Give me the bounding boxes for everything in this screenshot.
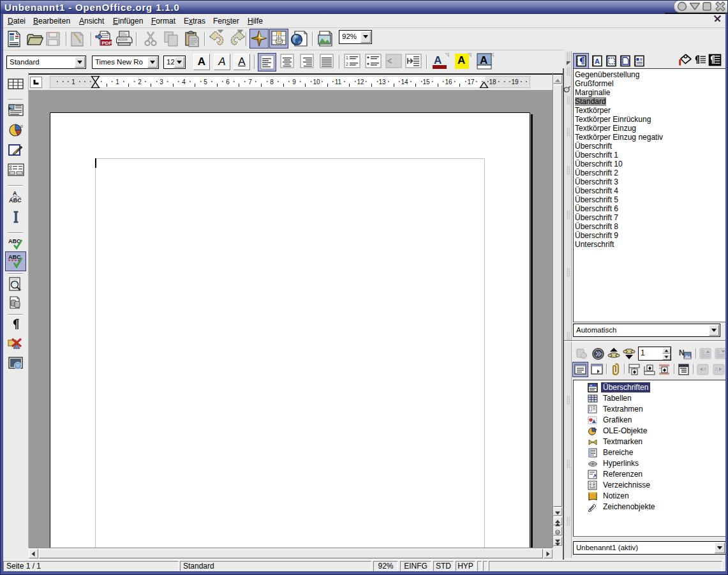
svg-text:A: A [13,190,17,197]
svg-text:15: 15 [422,78,430,86]
svg-text:12: 12 [357,78,364,86]
svg-text:14: 14 [401,78,408,86]
svg-text:16: 16 [445,78,452,86]
svg-text:2: 2 [346,62,348,66]
svg-text:PDF: PDF [102,40,112,46]
svg-text:ABC: ABC [8,254,21,260]
svg-text:8: 8 [270,78,274,86]
svg-text:11: 11 [335,78,342,86]
svg-text:A: A [457,54,465,66]
svg-text:10: 10 [313,78,320,86]
svg-text:A: A [480,54,487,66]
svg-text:13: 13 [378,78,386,86]
svg-text:7: 7 [248,78,252,86]
svg-text:17: 17 [467,78,475,86]
svg-text:18: 18 [489,78,496,86]
svg-text:N: N [679,348,685,357]
svg-text:1: 1 [115,78,119,86]
svg-text:6: 6 [226,78,230,86]
svg-text:9: 9 [292,78,296,86]
svg-text:19: 19 [511,78,519,86]
svg-text:4: 4 [182,78,186,86]
svg-text:2: 2 [138,78,142,86]
svg-text:A: A [434,54,442,66]
svg-text:3: 3 [160,78,163,86]
svg-text:A: A [595,57,600,65]
svg-text:1: 1 [71,78,75,86]
svg-text:o: o [20,124,23,128]
svg-text:5: 5 [204,78,207,86]
svg-text:1: 1 [346,56,348,60]
